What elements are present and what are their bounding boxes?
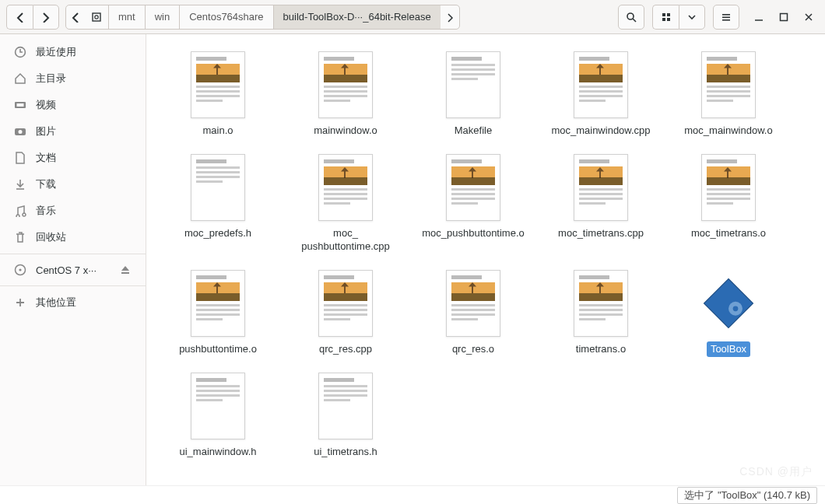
disc-icon xyxy=(14,264,26,276)
sidebar-item-label: 其他位置 xyxy=(36,296,76,310)
file-thumbnail xyxy=(446,270,500,337)
sidebar-volume[interactable]: CentOS 7 x··· xyxy=(0,257,146,282)
path-segment[interactable]: mnt xyxy=(109,5,146,29)
sidebar-item-music[interactable]: 音乐 xyxy=(0,198,146,224)
file-item[interactable]: qrc_​res.cpp xyxy=(283,267,408,360)
trash-icon xyxy=(14,231,26,243)
sidebar-item-label: 主目录 xyxy=(36,72,66,86)
forward-button[interactable] xyxy=(33,5,59,30)
places-sidebar: 最近使用主目录视频图片文档下载音乐回收站 CentOS 7 x··· 其他位置 xyxy=(0,34,146,485)
sidebar-item-pictures[interactable]: 图片 xyxy=(0,118,146,145)
path-next-icon[interactable] xyxy=(441,5,459,29)
file-item[interactable]: moc_​pushbuttontime.o xyxy=(411,151,535,257)
file-label: ToolBox xyxy=(707,341,750,357)
path-bar: mntwinCentos764sharebuild-ToolBox-D···_6… xyxy=(65,5,460,30)
file-label: moc_​pushbuttontime.o xyxy=(418,226,528,241)
file-item[interactable]: mainwindow.o xyxy=(283,48,408,142)
file-label: qrc_​res.cpp xyxy=(315,341,376,357)
plus-icon xyxy=(14,296,26,309)
file-thumbnail xyxy=(191,270,245,337)
sidebar-item-label: 下载 xyxy=(36,177,56,191)
file-item[interactable]: main.o xyxy=(156,48,280,142)
file-item[interactable]: moc_​pushbuttontime.cpp xyxy=(283,151,408,257)
file-item[interactable]: ui_​timetrans.h xyxy=(283,369,408,463)
sidebar-item-trash[interactable]: 回收站 xyxy=(0,224,146,250)
path-root-icon[interactable] xyxy=(85,5,109,29)
window-close-button[interactable] xyxy=(803,12,814,23)
file-item[interactable]: qrc_​res.o xyxy=(411,267,535,360)
file-item[interactable]: moc_​predefs.h xyxy=(156,151,280,257)
sidebar-item-label: 图片 xyxy=(36,124,56,138)
file-thumbnail xyxy=(701,51,756,118)
sidebar-item-label: 文档 xyxy=(36,151,56,165)
file-label: moc_​predefs.h xyxy=(181,226,255,241)
file-thumbnail xyxy=(446,154,500,221)
file-thumbnail xyxy=(191,154,245,221)
sidebar-item-home[interactable]: 主目录 xyxy=(0,65,146,92)
file-thumbnail xyxy=(701,154,756,221)
file-thumbnail xyxy=(191,51,245,118)
file-item[interactable]: pushbuttontime.o xyxy=(156,267,280,360)
executable-icon xyxy=(697,270,760,337)
window-maximize-button[interactable] xyxy=(778,12,789,23)
status-text: 选中了 "ToolBox" (140.7 kB) xyxy=(677,487,817,504)
file-thumbnail xyxy=(446,51,500,118)
path-segment[interactable]: win xyxy=(146,5,181,29)
sidebar-other-locations[interactable]: 其他位置 xyxy=(0,289,146,316)
home-icon xyxy=(14,72,26,85)
svg-point-22 xyxy=(733,306,739,311)
file-thumbnail xyxy=(318,270,373,337)
sidebar-item-videos[interactable]: 视频 xyxy=(0,92,146,118)
file-label: moc_​mainwindow.cpp xyxy=(547,123,654,138)
status-bar: 选中了 "ToolBox" (140.7 kB) xyxy=(0,485,825,504)
file-item[interactable]: ui_​mainwindow.h xyxy=(156,369,280,463)
download-icon xyxy=(14,178,26,191)
file-thumbnail xyxy=(191,373,245,439)
file-item[interactable]: moc_​mainwindow.cpp xyxy=(539,48,663,142)
sidebar-item-label: 最近使用 xyxy=(36,45,76,59)
path-segment[interactable]: build-ToolBox-D···_64bit-Release xyxy=(274,5,441,29)
file-label: qrc_​res.o xyxy=(448,341,498,357)
music-icon xyxy=(14,205,26,217)
file-label: moc_​timetrans.o xyxy=(687,226,770,241)
window-minimize-button[interactable] xyxy=(753,12,764,23)
header-toolbar: mntwinCentos764sharebuild-ToolBox-D···_6… xyxy=(0,0,825,34)
sidebar-item-documents[interactable]: 文档 xyxy=(0,145,146,171)
file-label: main.o xyxy=(198,123,237,138)
svg-rect-18 xyxy=(781,13,788,20)
file-item[interactable]: moc_​timetrans.o xyxy=(666,151,791,257)
file-thumbnail xyxy=(318,154,373,221)
file-label: timetrans.o xyxy=(572,341,630,357)
file-item[interactable]: timetrans.o xyxy=(539,267,663,360)
file-item[interactable]: ToolBox xyxy=(666,267,791,360)
path-prev-icon[interactable] xyxy=(66,5,85,29)
file-icon xyxy=(14,152,26,164)
file-label: moc_​timetrans.cpp xyxy=(554,226,648,241)
file-item[interactable]: Makefile xyxy=(411,48,535,142)
file-icon-view[interactable]: main.omainwindow.oMakefilemoc_​mainwindo… xyxy=(146,34,825,485)
sidebar-item-label: CentOS 7 x··· xyxy=(36,264,97,276)
eject-icon[interactable] xyxy=(119,264,132,276)
file-thumbnail xyxy=(574,270,628,337)
sidebar-item-recent[interactable]: 最近使用 xyxy=(0,39,146,65)
view-options-button[interactable] xyxy=(679,5,705,30)
file-item[interactable]: moc_​mainwindow.o xyxy=(666,48,791,142)
sidebar-item-label: 回收站 xyxy=(36,230,66,244)
view-grid-button[interactable] xyxy=(652,5,679,30)
file-label: moc_​pushbuttontime.cpp xyxy=(287,226,404,254)
back-button[interactable] xyxy=(6,5,33,30)
sidebar-item-downloads[interactable]: 下载 xyxy=(0,171,146,198)
search-button[interactable] xyxy=(618,5,644,30)
clock-icon xyxy=(14,46,26,58)
camera-icon xyxy=(14,125,26,138)
file-item[interactable]: moc_​timetrans.cpp xyxy=(539,151,663,257)
file-label: pushbuttontime.o xyxy=(175,341,261,357)
file-label: Makefile xyxy=(451,123,496,138)
path-segment[interactable]: Centos764share xyxy=(180,5,273,29)
svg-marker-19 xyxy=(704,278,753,327)
file-label: mainwindow.o xyxy=(310,123,381,138)
video-icon xyxy=(14,99,26,111)
file-thumbnail xyxy=(574,154,628,221)
hamburger-menu-button[interactable] xyxy=(713,5,739,30)
file-label: ui_​mainwindow.h xyxy=(175,444,260,460)
